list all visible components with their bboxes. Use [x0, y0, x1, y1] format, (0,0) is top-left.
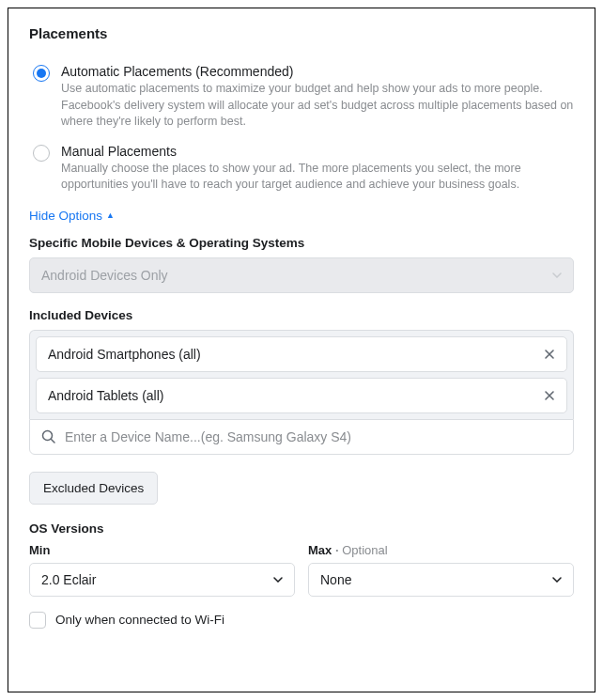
os-max-value: None — [320, 572, 351, 587]
placement-mode-radio-group: Automatic Placements (Recommended) Use a… — [29, 64, 574, 194]
os-min-col: Min 2.0 Eclair — [29, 543, 295, 597]
os-versions-header: OS Versions — [29, 521, 574, 536]
close-icon[interactable] — [544, 349, 555, 360]
radio-automatic-placements[interactable]: Automatic Placements (Recommended) Use a… — [29, 64, 574, 131]
placements-panel: Placements Automatic Placements (Recomme… — [8, 8, 595, 692]
device-chip: Android Smartphones (all) — [36, 336, 567, 372]
radio-icon — [33, 145, 50, 162]
device-search-input[interactable] — [65, 429, 562, 444]
chip-label: Android Tablets (all) — [48, 388, 163, 403]
os-version-row: Min 2.0 Eclair Max · Optional None — [29, 543, 574, 597]
included-devices-header: Included Devices — [29, 308, 574, 322]
chevron-down-icon — [552, 272, 562, 278]
checkbox-icon — [29, 612, 46, 629]
device-os-select[interactable]: Android Devices Only — [29, 257, 574, 293]
devices-os-header: Specific Mobile Devices & Operating Syst… — [29, 236, 574, 250]
section-title: Placements — [29, 25, 574, 41]
close-icon[interactable] — [544, 390, 555, 401]
os-min-label: Min — [29, 543, 295, 557]
device-os-value: Android Devices Only — [41, 268, 168, 283]
radio-label: Automatic Placements (Recommended) — [61, 64, 574, 79]
chevron-down-icon — [273, 577, 283, 583]
radio-description: Use automatic placements to maximize you… — [61, 81, 574, 131]
device-chip: Android Tablets (all) — [36, 378, 567, 413]
excluded-devices-button[interactable]: Excluded Devices — [29, 472, 158, 505]
chip-label: Android Smartphones (all) — [48, 347, 201, 362]
os-max-label: Max · Optional — [308, 543, 574, 557]
search-icon — [41, 429, 55, 443]
hide-options-link[interactable]: Hide Options ▲ — [29, 209, 115, 223]
os-max-col: Max · Optional None — [308, 543, 574, 597]
os-max-select[interactable]: None — [308, 563, 574, 597]
wifi-only-label: Only when connected to Wi-Fi — [55, 613, 224, 627]
excluded-devices-label: Excluded Devices — [43, 481, 144, 495]
device-search-row — [29, 419, 574, 455]
hide-options-label: Hide Options — [29, 209, 102, 223]
os-min-value: 2.0 Eclair — [41, 572, 96, 587]
radio-manual-placements[interactable]: Manual Placements Manually choose the pl… — [29, 144, 574, 194]
os-min-select[interactable]: 2.0 Eclair — [29, 563, 295, 597]
radio-label: Manual Placements — [61, 144, 574, 159]
chevron-down-icon — [552, 577, 562, 583]
caret-up-icon: ▲ — [106, 210, 115, 220]
included-devices-container: Android Smartphones (all) Android Tablet… — [29, 330, 574, 419]
wifi-only-row[interactable]: Only when connected to Wi-Fi — [29, 612, 574, 629]
radio-description: Manually choose the places to show your … — [61, 161, 574, 194]
radio-icon — [33, 65, 50, 82]
